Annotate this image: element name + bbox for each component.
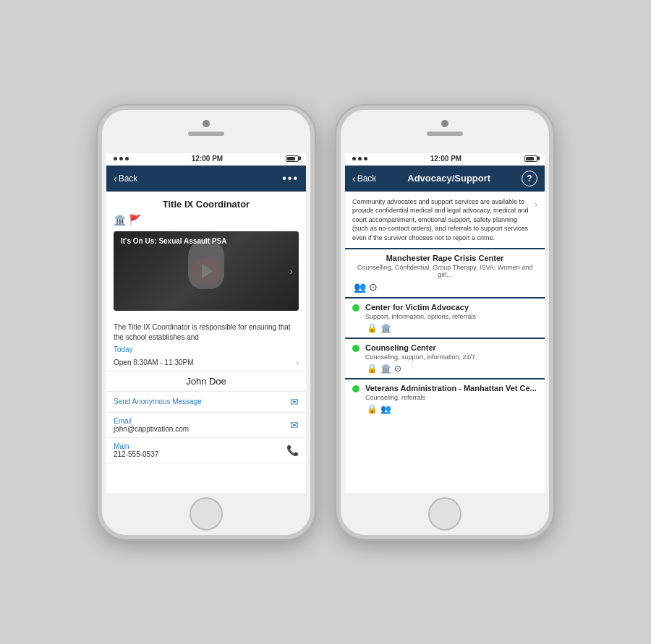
org-name-2: Counseling Center <box>365 343 537 352</box>
email-row[interactable]: Email john@capptivation.com ✉ <box>106 413 306 438</box>
status-time-2: 12:00 PM <box>430 155 461 163</box>
lock-icon-1: 🔒 <box>367 323 378 333</box>
org-row-0[interactable]: Manchester Rape Crisis Center Counsellin… <box>345 249 545 299</box>
battery-1 <box>286 155 299 162</box>
phone-1: 12:00 PM ‹ Back ••• Title IX Coordinator <box>98 106 315 539</box>
org-name-1: Center for Victim Advocacy <box>365 303 537 312</box>
envelope-icon-2: ✉ <box>290 419 299 431</box>
intro-text: Community advocates and support services… <box>352 197 535 243</box>
org-tags-0: Counselling, Confidential, Group Therapy… <box>352 264 537 278</box>
org-icons-1: 🔒 🏛️ <box>365 323 537 333</box>
org-name-0: Manchester Rape Crisis Center <box>352 254 537 262</box>
camera-2 <box>441 120 448 127</box>
org-tags-2: Counseling, support, information, 24/7 <box>365 353 537 361</box>
org-icons-2: 🔒 🏛️ ⊙ <box>365 364 537 374</box>
phone-icon: 📞 <box>286 445 299 456</box>
nav-bar-2: ‹ Back Advocacy/Support ? <box>345 166 545 192</box>
org-row-3[interactable]: Veterans Administration - Manhattan Vet … <box>345 379 545 418</box>
phone-row[interactable]: Main 212-555-0537 📞 <box>106 438 306 463</box>
building-icon-1: 🏛️ <box>114 214 126 226</box>
status-bar-1: 12:00 PM <box>106 152 306 166</box>
help-label: ? <box>527 173 532 184</box>
org-details-3: Veterans Administration - Manhattan Vet … <box>365 384 537 414</box>
signal-dots-2 <box>352 157 367 160</box>
anonymous-message-row[interactable]: Send Anonymous Message ✉ <box>106 392 306 413</box>
status-dot-2 <box>352 345 359 352</box>
more-button-1[interactable]: ••• <box>282 172 299 185</box>
phone-2: 12:00 PM ‹ Back Advocacy/Support ? <box>336 106 553 539</box>
home-button-2[interactable] <box>428 497 461 531</box>
intro-chevron: › <box>535 197 537 211</box>
camera-1 <box>203 120 210 127</box>
speaker-2 <box>427 132 463 136</box>
flag-icon-1: 🚩 <box>129 214 141 226</box>
video-thumbnail[interactable]: It's On Us: Sexual Assault PSA › <box>114 231 299 311</box>
content-2: Community advocates and support services… <box>345 192 545 493</box>
phone-bottom-1 <box>102 493 310 535</box>
screen-1: 12:00 PM ‹ Back ••• Title IX Coordinator <box>106 152 306 493</box>
content-1: Title IX Coordinator 🏛️ 🚩 It's On Us: Se… <box>106 192 306 493</box>
email-label: Email <box>114 417 189 425</box>
help-button[interactable]: ? <box>522 171 537 186</box>
org-row-2[interactable]: Counseling Center Counseling, support, i… <box>345 339 545 379</box>
home-button-1[interactable] <box>190 497 223 531</box>
status-time-1: 12:00 PM <box>192 155 223 163</box>
org-details-2: Counseling Center Counseling, support, i… <box>365 343 537 374</box>
building-icon-2: 🏛️ <box>380 364 391 374</box>
description-text: The Title IX Coordinator is responsible … <box>106 317 306 344</box>
circle-icon-2: ⊙ <box>394 364 401 374</box>
hours-text: Open 8:30AM - 11:30PM <box>114 359 194 366</box>
speaker-1 <box>188 132 224 136</box>
group-icon-3: 👥 <box>380 404 391 414</box>
lock-icon-3: 🔒 <box>367 404 378 414</box>
status-dot-1 <box>352 304 359 312</box>
contact-name: John Doe <box>106 372 306 392</box>
phone-bottom-2 <box>341 493 549 535</box>
section-title-1: Title IX Coordinator <box>106 192 306 212</box>
org-icons-3: 🔒 👥 <box>365 404 537 414</box>
signal-dots-1 <box>114 157 129 160</box>
advocacy-intro: Community advocates and support services… <box>345 192 545 250</box>
lock-icon-2: 🔒 <box>367 364 378 374</box>
back-chevron-2: ‹ <box>352 173 356 184</box>
circle-icon-0: ⊙ <box>369 281 378 293</box>
building-icon-1: 🏛️ <box>380 323 391 333</box>
nav-bar-1: ‹ Back ••• <box>106 166 306 192</box>
phone-value: 212-555-0537 <box>114 450 158 458</box>
back-chevron-1: ‹ <box>114 173 117 184</box>
hours-row[interactable]: Open 8:30AM - 11:30PM › <box>106 355 306 372</box>
video-label: It's On Us: Sexual Assault PSA <box>121 237 227 245</box>
nav-title-2: Advocacy/Support <box>376 173 522 184</box>
hours-chevron: › <box>296 358 299 368</box>
back-button-1[interactable]: ‹ Back <box>114 173 137 184</box>
org-name-3: Veterans Administration - Manhattan Vet … <box>365 384 537 392</box>
status-bar-2: 12:00 PM <box>345 152 545 166</box>
today-link[interactable]: Today <box>106 344 306 355</box>
org-tags-3: Counseling, referrals <box>365 394 537 401</box>
envelope-icon-1: ✉ <box>290 396 299 408</box>
back-label-2: Back <box>357 173 377 184</box>
icons-row-1: 🏛️ 🚩 <box>106 212 306 231</box>
anonymous-label: Send Anonymous Message <box>114 398 202 405</box>
org-details-1: Center for Victim Advocacy Support, info… <box>365 303 537 333</box>
org-icons-0: 👥 ⊙ <box>352 281 537 293</box>
main-label: Main <box>114 442 158 450</box>
email-value: john@capptivation.com <box>114 425 189 433</box>
back-button-2[interactable]: ‹ Back <box>352 173 376 184</box>
status-dot-3 <box>352 385 359 392</box>
video-chevron: › <box>289 265 293 277</box>
back-label-1: Back <box>119 173 138 184</box>
screen-2: 12:00 PM ‹ Back Advocacy/Support ? <box>345 152 545 493</box>
org-row-1[interactable]: Center for Victim Advocacy Support, info… <box>345 299 545 339</box>
battery-2 <box>524 155 537 162</box>
org-tags-1: Support, information, options, referrals <box>365 313 537 320</box>
group-icon-0: 👥 <box>354 281 366 293</box>
